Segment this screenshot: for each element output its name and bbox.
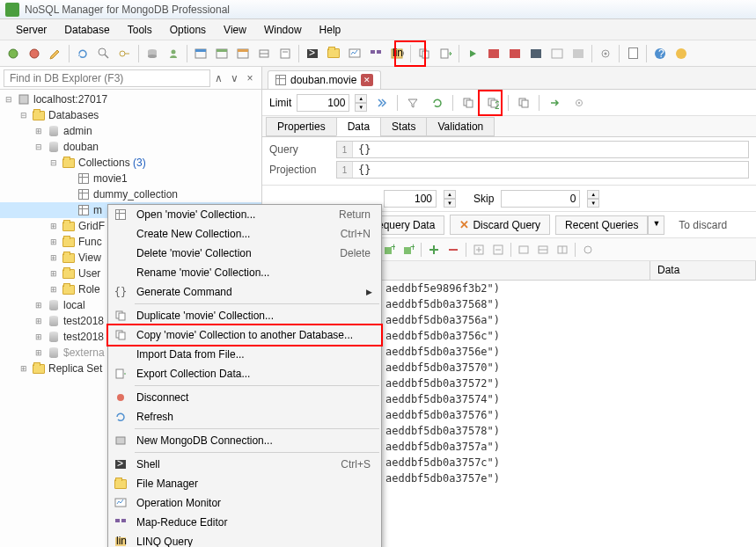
- tb-linq-icon[interactable]: linq: [387, 44, 407, 63]
- menu-options[interactable]: Options: [161, 22, 215, 38]
- tb-filemgr-icon[interactable]: [324, 44, 343, 63]
- projection-input[interactable]: 1 {}: [336, 161, 749, 179]
- tb-page-icon[interactable]: [623, 44, 642, 63]
- refresh-icon[interactable]: [428, 93, 447, 113]
- menu-item[interactable]: File Manager: [108, 474, 381, 493]
- menu-item[interactable]: Duplicate 'movie' Collection...: [108, 306, 381, 325]
- tb-shell-icon[interactable]: >: [303, 44, 322, 63]
- settings-icon[interactable]: [579, 241, 597, 259]
- find-up-icon[interactable]: ∧: [210, 70, 226, 86]
- limit-spinner[interactable]: ▲▼: [355, 94, 367, 112]
- expand-icon[interactable]: ⊟: [48, 157, 59, 168]
- copy2-icon[interactable]: 2: [483, 93, 503, 113]
- menu-item[interactable]: Rename 'movie' Collection...: [108, 263, 381, 282]
- menu-item[interactable]: linqLINQ Query: [108, 532, 381, 547]
- expand-icon[interactable]: ⊞: [33, 126, 44, 136]
- tb-mapreduce-icon[interactable]: [366, 44, 385, 63]
- tree-node-databases[interactable]: ⊟Databases: [0, 107, 261, 123]
- tb-search-icon[interactable]: [94, 44, 114, 63]
- limit-input[interactable]: [297, 94, 349, 112]
- expand-icon[interactable]: ⊟: [33, 142, 44, 152]
- find-down-icon[interactable]: ∨: [226, 70, 242, 86]
- tb-gear-icon[interactable]: [596, 44, 615, 63]
- skip-input[interactable]: [501, 190, 580, 208]
- tb-users-icon[interactable]: [164, 44, 183, 63]
- expand-icon[interactable]: ⊞: [48, 221, 59, 231]
- insert-icon[interactable]: [425, 241, 443, 259]
- tree-node-douban[interactable]: ⊟douban: [0, 139, 261, 155]
- menu-item[interactable]: Open 'movie' Collection...Return: [108, 205, 381, 224]
- tb-copy-icon[interactable]: [415, 44, 434, 63]
- expand-icon[interactable]: ⊟: [4, 94, 14, 105]
- copy3-icon[interactable]: [514, 93, 533, 113]
- tab-data[interactable]: Data: [336, 117, 381, 136]
- tb-disconnect-icon[interactable]: [25, 44, 44, 63]
- dropdown-icon[interactable]: ▼: [648, 215, 664, 235]
- view3-icon[interactable]: [554, 241, 571, 259]
- add2-icon[interactable]: +: [400, 241, 417, 259]
- tb-connect-icon[interactable]: [4, 44, 23, 63]
- menu-item[interactable]: Create New Collection...Ctrl+N: [108, 224, 381, 244]
- tb-newdb-icon[interactable]: [143, 44, 162, 63]
- add-icon[interactable]: +: [380, 241, 398, 259]
- menu-tools[interactable]: Tools: [119, 22, 161, 38]
- expand-icon[interactable]: ⊞: [48, 252, 59, 263]
- tb-gray1-icon[interactable]: [547, 44, 567, 63]
- menu-window[interactable]: Window: [255, 22, 311, 38]
- menu-item[interactable]: >ShellCtrl+S: [108, 455, 381, 474]
- menu-server[interactable]: Server: [7, 22, 55, 38]
- menu-view[interactable]: View: [215, 22, 255, 38]
- menu-item[interactable]: Refresh: [108, 407, 381, 427]
- tree-node-movie1[interactable]: movie1: [0, 171, 261, 186]
- tb-window1-icon[interactable]: [191, 44, 210, 63]
- discard-query-button[interactable]: ✕Discard Query: [450, 215, 550, 235]
- expand-icon[interactable]: ⊞: [48, 268, 59, 279]
- expand-icon[interactable]: ⊟: [18, 110, 29, 120]
- expand-icon[interactable]: ⊞: [48, 284, 59, 295]
- filter-icon[interactable]: [403, 93, 422, 113]
- menu-item[interactable]: Disconnect: [108, 388, 381, 407]
- tb-gray2-icon[interactable]: [569, 44, 588, 63]
- tb-dark-icon[interactable]: [526, 44, 546, 63]
- tree-node-collections[interactable]: ⊟Collections (3): [0, 155, 261, 171]
- tab-properties[interactable]: Properties: [266, 117, 337, 136]
- tb-help-icon[interactable]: ?: [650, 44, 670, 63]
- grid-col-data[interactable]: Data: [650, 261, 756, 280]
- tb-window2-icon[interactable]: [212, 44, 231, 63]
- find-close-icon[interactable]: ×: [242, 70, 258, 86]
- query-input[interactable]: 1 {}: [336, 141, 749, 158]
- gear-icon[interactable]: [569, 93, 589, 113]
- tb-export-icon[interactable]: [436, 44, 455, 63]
- copy1-icon[interactable]: [459, 93, 478, 113]
- tb-autosize-icon[interactable]: [254, 44, 274, 63]
- expand-all-icon[interactable]: [470, 241, 488, 259]
- menu-item[interactable]: New MongoDB Connection...: [108, 431, 381, 450]
- expand-icon[interactable]: ⊞: [18, 363, 29, 374]
- view1-icon[interactable]: [515, 241, 532, 259]
- menu-database[interactable]: Database: [55, 22, 118, 38]
- tb-window3-icon[interactable]: [233, 44, 253, 63]
- menu-item[interactable]: Delete 'movie' CollectionDelete: [108, 244, 381, 263]
- menu-item[interactable]: Operation Monitor: [108, 493, 381, 513]
- menu-item[interactable]: Import Data from File...: [108, 345, 381, 364]
- export-right-icon[interactable]: [545, 93, 564, 113]
- expand-icon[interactable]: ⊞: [33, 332, 44, 342]
- run-icon[interactable]: [372, 93, 392, 113]
- menu-item[interactable]: {}Generate Command▶: [108, 282, 381, 302]
- tree-node-dummy[interactable]: dummy_collection: [0, 186, 261, 202]
- tb-key-icon[interactable]: [115, 44, 135, 63]
- menu-help[interactable]: Help: [311, 22, 350, 38]
- tb-play-icon[interactable]: [463, 44, 482, 63]
- tree-node-admin[interactable]: ⊞admin: [0, 123, 261, 139]
- tb-red1-icon[interactable]: [484, 44, 503, 63]
- tb-script-icon[interactable]: [275, 44, 295, 63]
- recent-queries-button[interactable]: Recent Queries: [555, 215, 648, 235]
- menu-item[interactable]: Map-Reduce Editor: [108, 513, 381, 532]
- tb-monitor-icon[interactable]: [345, 44, 364, 63]
- collapse-all-icon[interactable]: [489, 241, 507, 259]
- expand-icon[interactable]: ⊞: [33, 300, 44, 310]
- page-count-input[interactable]: [384, 190, 437, 208]
- tb-edit-icon[interactable]: [46, 44, 65, 63]
- skip-spinner[interactable]: ▲▼: [587, 190, 599, 208]
- doc-tab-active[interactable]: douban.movie ✕: [268, 70, 381, 89]
